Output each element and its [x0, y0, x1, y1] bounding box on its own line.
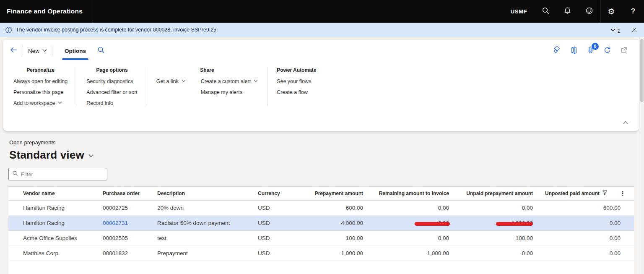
menu-item-personalize-this-page[interactable]: Personalize this page — [13, 89, 68, 95]
col-header-currency[interactable]: Currency — [257, 190, 311, 196]
cell-unposted: 0.00 — [535, 235, 634, 241]
cell-vendor: Hamilton Racing — [22, 205, 101, 211]
notification-message: The vendor invoice posting process is co… — [16, 27, 218, 33]
attachments-count-badge: 0 — [592, 43, 599, 50]
menu-item-see-your-flows[interactable]: See your flows — [277, 78, 311, 84]
cell-prepayment: 100.00 — [311, 235, 366, 241]
menu-group-power-automate: Power Automate See your flows Create a f… — [267, 67, 325, 106]
feedback-button[interactable] — [578, 0, 600, 23]
cell-purchase-order: 00002505 — [101, 235, 156, 241]
cell-unposted: 0.00 — [535, 250, 634, 256]
grid-row-1[interactable]: Hamilton Racing 00002725 20% down USD 60… — [8, 201, 634, 216]
col-header-unposted-paid-amount[interactable]: Unposted paid amount — [535, 190, 609, 197]
open-in-new-window-icon — [620, 46, 628, 56]
cell-vendor: Matthias Corp — [22, 250, 101, 256]
grid-more-options-button[interactable]: ⋮ — [609, 190, 634, 197]
cell-currency: USD — [257, 220, 311, 226]
menu-item-security-diagnostics[interactable]: Security diagnostics — [86, 78, 138, 84]
command-bar: New Options 0 — [3, 40, 639, 62]
collapse-action-pane-button[interactable] — [622, 119, 629, 128]
options-menu-panel: Personalize Always open for editing Pers… — [3, 62, 639, 106]
expand-notifications-button[interactable] — [610, 27, 616, 33]
chevron-down-icon — [88, 150, 94, 160]
cell-remaining: 0.00 — [366, 235, 452, 241]
menu-group-title: Personalize — [13, 67, 68, 73]
grid-header-row: Vendor name Purchase order Description C… — [8, 187, 634, 201]
attachments-button[interactable]: 0 — [587, 46, 595, 56]
toolbar-divider — [23, 45, 23, 56]
cell-vendor: Hamilton Racing — [22, 220, 101, 226]
menu-item-manage-my-alerts[interactable]: Manage my alerts — [201, 89, 258, 95]
grid-row-3[interactable]: Acme Office Supplies 00002505 test USD 1… — [8, 231, 634, 246]
new-button[interactable]: New — [28, 48, 47, 54]
back-button[interactable] — [9, 46, 18, 56]
filter-funnel-icon[interactable] — [602, 190, 608, 197]
cell-unpaid: 0.00 — [452, 250, 535, 256]
office-icon — [570, 46, 578, 56]
grid-row-2-selected[interactable]: Hamilton Racing 00002731 Radiator 50% do… — [8, 216, 634, 231]
topbar-divider — [93, 0, 93, 23]
cell-unpaid: 100.00 — [452, 235, 535, 241]
filter-input[interactable] — [21, 171, 104, 177]
scrollbar-thumb[interactable] — [640, 39, 644, 102]
menu-item-record-info[interactable]: Record info — [86, 100, 138, 106]
refresh-button[interactable] — [603, 46, 611, 56]
menu-item-always-open-for-editing[interactable]: Always open for editing — [13, 78, 68, 84]
col-header-unpaid-prepayment-amount[interactable]: Unpaid prepayment amount — [452, 190, 535, 196]
refresh-icon — [603, 46, 611, 56]
vertical-scrollbar[interactable] — [639, 37, 644, 274]
open-in-office-button[interactable] — [570, 46, 578, 56]
col-header-prepayment-amount[interactable]: Prepayment amount — [311, 190, 366, 196]
search-button[interactable] — [535, 0, 556, 23]
open-in-new-window-button[interactable] — [620, 46, 628, 56]
gear-icon: ⚙ — [608, 8, 615, 16]
grid-filter-field[interactable] — [8, 168, 107, 180]
info-icon — [5, 26, 12, 34]
menu-group-share: Share Get a link Create a custom alert M… — [147, 67, 267, 106]
task-recorder-button[interactable] — [553, 46, 561, 56]
cell-prepayment: 600.00 — [311, 205, 366, 211]
help-icon: ? — [631, 7, 635, 16]
close-notification-button[interactable] — [631, 27, 637, 33]
company-selector[interactable]: USMF — [511, 8, 535, 15]
settings-button[interactable]: ⚙ — [600, 0, 622, 23]
grid-body-filler — [8, 261, 634, 274]
cell-prepayment: 1,000.00 — [311, 250, 366, 256]
notifications-button[interactable] — [556, 0, 578, 23]
cell-description: Radiator 50% down payment — [156, 220, 257, 226]
col-header-description[interactable]: Description — [156, 190, 257, 196]
cell-prepayment: 4,000.00 — [311, 220, 366, 226]
page-title[interactable]: Standard view — [9, 149, 84, 162]
search-icon — [12, 170, 18, 178]
cell-currency: USD — [257, 250, 311, 256]
toolbar-divider — [52, 45, 52, 56]
col-header-remaining-amount[interactable]: Remaining amount to invoice — [366, 190, 452, 196]
cell-remaining-annotated: 0.00 — [366, 220, 452, 226]
menu-item-create-a-flow[interactable]: Create a flow — [277, 89, 311, 95]
view-selector[interactable]: Standard view — [9, 149, 644, 162]
chevron-down-icon — [42, 48, 47, 54]
cell-purchase-order: 00001832 — [101, 250, 156, 256]
menu-item-advanced-filter-or-sort[interactable]: Advanced filter or sort — [86, 89, 138, 95]
help-button[interactable]: ? — [622, 0, 644, 23]
menu-item-create-a-custom-alert[interactable]: Create a custom alert — [201, 78, 258, 84]
menu-item-add-to-workspace[interactable]: Add to workspace — [13, 100, 68, 106]
cell-unposted: 0.00 — [535, 220, 634, 226]
app-title[interactable]: Finance and Operations — [0, 8, 93, 15]
search-icon — [542, 7, 550, 16]
cell-unposted: 600.00 — [535, 205, 634, 211]
col-header-purchase-order[interactable]: Purchase order — [101, 190, 156, 196]
purchase-order-link[interactable]: 00002731 — [103, 220, 128, 226]
search-icon — [97, 46, 105, 55]
smiley-icon — [585, 7, 593, 16]
col-header-vendor-name[interactable]: Vendor name — [22, 190, 101, 196]
notification-bar: The vendor invoice posting process is co… — [0, 23, 644, 37]
menu-group-title: Share — [156, 67, 258, 73]
menu-item-get-a-link[interactable]: Get a link — [156, 78, 186, 84]
cell-currency: USD — [257, 205, 311, 211]
tab-options[interactable]: Options — [63, 48, 87, 54]
cell-description: 20% down — [156, 205, 257, 211]
grid-row-4[interactable]: Matthias Corp 00001832 Prepayment USD 1,… — [8, 246, 634, 261]
cell-vendor: Acme Office Supplies — [22, 235, 101, 241]
command-search-button[interactable] — [97, 46, 105, 55]
